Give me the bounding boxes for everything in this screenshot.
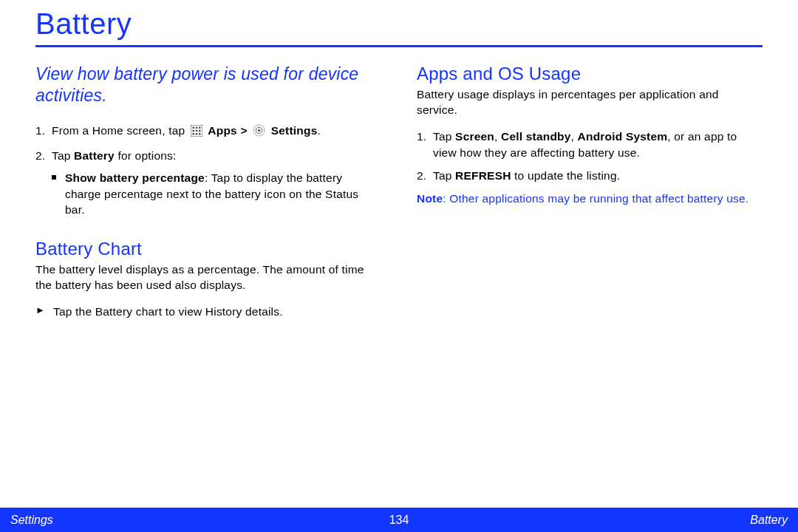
svg-rect-3: [199, 126, 201, 129]
page-title: Battery: [35, 7, 763, 47]
cell-standby-bold: Cell standby: [501, 130, 571, 143]
step1-text-b: .: [317, 124, 321, 137]
svg-rect-5: [196, 129, 198, 132]
steps-list: From a Home screen, tap: [35, 123, 381, 218]
battery-chart-body: The battery level displays as a percenta…: [35, 262, 381, 293]
right-steps-list: Tap Screen, Cell standby, Android System…: [417, 129, 763, 184]
intro-text: View how battery power is used for devic…: [35, 64, 381, 106]
gt-separator: >: [240, 124, 250, 137]
c1: ,: [494, 130, 501, 143]
step-2: Tap Battery for options: Show battery pe…: [52, 148, 381, 218]
right-column: Apps and OS Usage Battery usage displays…: [417, 64, 763, 319]
apps-label: Apps: [208, 124, 237, 137]
refresh-bold: REFRESH: [455, 169, 511, 182]
svg-rect-1: [192, 126, 194, 129]
svg-rect-4: [192, 129, 194, 132]
note-body: : Other applications may be running that…: [443, 192, 748, 205]
footer-right: Battery: [750, 514, 788, 527]
r-step-1: Tap Screen, Cell standby, Android System…: [433, 129, 763, 160]
step2-text-a: Tap: [52, 149, 74, 162]
svg-point-12: [258, 129, 260, 131]
battery-bold: Battery: [74, 149, 115, 162]
r2-text-b: to update the listing.: [511, 169, 621, 182]
svg-rect-7: [192, 133, 194, 135]
step1-text-a: From a Home screen, tap: [52, 124, 188, 137]
note-label: Note: [417, 192, 443, 205]
sub-bullets: Show battery percentage: Tap to display …: [52, 170, 381, 218]
screen-bold: Screen: [455, 130, 494, 143]
r2-text-a: Tap: [433, 169, 455, 182]
arrow-list: Tap the Battery chart to view History de…: [35, 304, 381, 320]
r-step-2: Tap REFRESH to update the listing.: [433, 168, 763, 184]
apps-os-body: Battery usage displays in percentages pe…: [417, 87, 763, 118]
apps-os-heading: Apps and OS Usage: [417, 64, 763, 84]
settings-label: Settings: [271, 124, 318, 137]
svg-rect-2: [196, 126, 198, 129]
battery-chart-heading: Battery Chart: [35, 239, 381, 259]
page-footer: Settings 134 Battery: [0, 508, 798, 532]
step-1: From a Home screen, tap: [52, 123, 381, 141]
r1-text-a: Tap: [433, 130, 455, 143]
footer-left: Settings: [10, 514, 53, 527]
bullet-show-percentage: Show battery percentage: Tap to display …: [65, 170, 381, 218]
bullet-label: Show battery percentage: [65, 171, 205, 184]
c2: ,: [571, 130, 578, 143]
left-column: View how battery power is used for devic…: [35, 64, 381, 319]
footer-page-number: 134: [389, 514, 409, 527]
two-column-layout: View how battery power is used for devic…: [35, 64, 763, 319]
step2-text-b: for options:: [115, 149, 177, 162]
chart-arrow-item: Tap the Battery chart to view History de…: [53, 304, 381, 320]
note-text: Note: Other applications may be running …: [417, 191, 763, 207]
svg-rect-8: [196, 133, 198, 135]
apps-grid-icon: [191, 125, 202, 141]
settings-gear-icon: [253, 124, 265, 141]
svg-rect-6: [199, 129, 201, 132]
svg-rect-9: [199, 133, 201, 135]
android-system-bold: Android System: [578, 130, 668, 143]
